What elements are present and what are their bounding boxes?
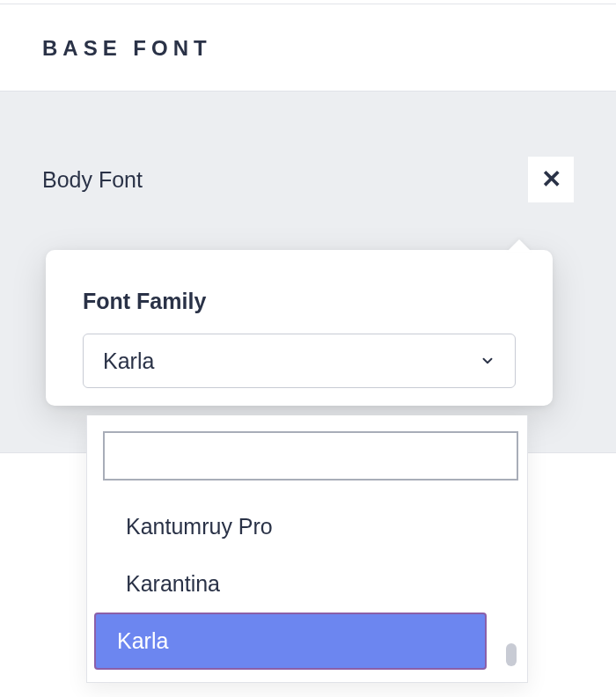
font-search-input[interactable] (103, 431, 518, 481)
close-icon: ✕ (541, 167, 561, 192)
font-option[interactable]: Karantina (103, 555, 487, 613)
font-picker-popover: Font Family Karla Kantumruy Pro Karantin… (46, 250, 553, 406)
body-font-row: Body Font ✕ (42, 157, 574, 202)
close-button[interactable]: ✕ (528, 157, 574, 202)
font-dropdown: Kantumruy Pro Karantina Karla (86, 415, 528, 683)
font-family-select[interactable]: Karla (83, 334, 516, 388)
select-value: Karla (103, 348, 154, 374)
chevron-down-icon (480, 353, 495, 369)
font-option[interactable]: Kantumruy Pro (103, 498, 487, 555)
font-options-list: Kantumruy Pro Karantina Karla (103, 498, 518, 670)
popover-heading: Font Family (83, 289, 516, 314)
section-header: BASE FONT (0, 4, 616, 92)
scrollbar-thumb[interactable] (506, 643, 517, 666)
body-font-label: Body Font (42, 167, 143, 193)
font-option-selected[interactable]: Karla (94, 613, 487, 670)
section-title: BASE FONT (42, 36, 574, 61)
